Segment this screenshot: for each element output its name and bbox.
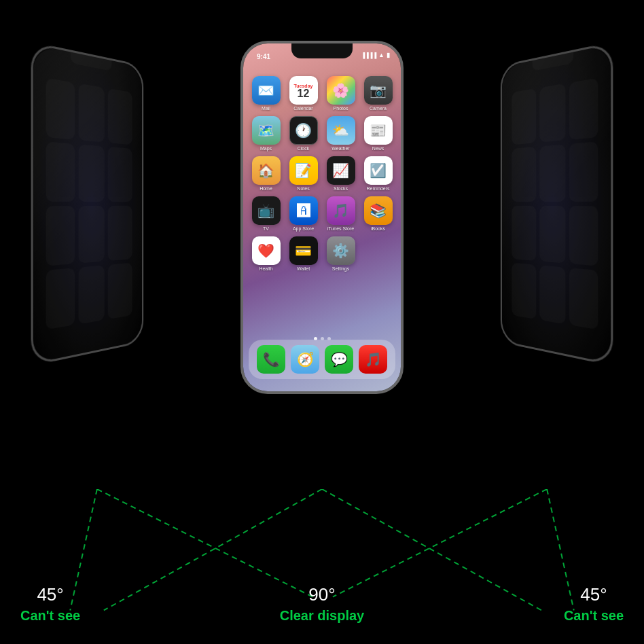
dark-icon: [46, 142, 75, 202]
dark-icon: [512, 206, 537, 261]
left-side-button-bot: [240, 179, 243, 213]
dark-icon: [108, 88, 132, 145]
battery-icon: ▮: [387, 52, 390, 58]
app-settings: ⚙️ Settings: [325, 236, 357, 271]
right-app-grid: [507, 69, 605, 338]
dark-icon: [539, 265, 566, 325]
app-mail: ✉️ Mail: [250, 76, 282, 111]
dark-icon: [78, 145, 105, 202]
app-itunes: 🎵 iTunes Store: [325, 196, 357, 231]
app-camera: 📷 Camera: [362, 76, 394, 111]
right-status-text: Can't see: [564, 608, 624, 624]
time-display: 9:41: [257, 53, 270, 60]
left-angle-label: 45° Can't see: [20, 584, 80, 624]
dark-icon: [46, 206, 75, 266]
dark-icon: [569, 268, 598, 330]
dark-icon: [512, 88, 537, 145]
left-side-button-top: [240, 105, 243, 125]
app-maps: 🗺️ Maps: [250, 116, 282, 151]
dark-icon: [569, 77, 598, 140]
center-angle-text: 90°: [280, 584, 365, 605]
wifi-icon: ▲: [378, 52, 384, 58]
dark-icon: [512, 262, 537, 319]
dark-icon: [46, 268, 75, 330]
dark-icon: [108, 147, 132, 202]
app-ibooks: 📚 iBooks: [362, 196, 394, 231]
side-button-right: [143, 143, 143, 177]
dock-safari: 🧭: [291, 345, 319, 374]
right-angle-label: 45° Can't see: [564, 584, 624, 624]
dark-icon: [539, 83, 566, 143]
dark-icon: [569, 142, 598, 202]
dark-icon: [78, 265, 105, 325]
app-calendar: Tuesday12 Calendar: [287, 76, 319, 111]
dark-icon: [108, 262, 132, 319]
dark-icon: [78, 83, 105, 143]
phones-area: 9:41 ▐▐▐▐ ▲ ▮ ✉️ Mail: [0, 0, 644, 489]
center-status-text: Clear display: [280, 608, 365, 624]
signal-icon: ▐▐▐▐: [361, 52, 376, 58]
left-side-button-mid: [240, 135, 243, 169]
dark-icon: [108, 206, 132, 261]
right-side-button: [401, 125, 404, 162]
labels-area: 45° Can't see 90° Clear display 45° Can'…: [0, 489, 644, 644]
app-clock: 🕐 Clock: [287, 116, 319, 151]
app-home: 🏠 Home: [250, 156, 282, 191]
svg-line-1: [97, 489, 312, 597]
dock-messages: 💬: [325, 345, 353, 374]
phone-right: [501, 41, 613, 366]
app-appstore: 🅰 App Store: [287, 196, 319, 231]
app-tv: 📺 TV: [250, 196, 282, 231]
phone-center: 9:41 ▐▐▐▐ ▲ ▮ ✉️ Mail: [240, 41, 404, 394]
app-grid: ✉️ Mail Tuesday12 Calendar 🌸 Photos: [243, 71, 401, 276]
app-reminders: ☑️ Reminders: [362, 156, 394, 191]
left-angle-text: 45°: [20, 584, 80, 605]
dark-icon: [539, 206, 566, 263]
app-photos: 🌸 Photos: [325, 76, 357, 111]
app-notes: 📝 Notes: [287, 156, 319, 191]
side-button-left: [501, 124, 501, 143]
dock-music: 🎵: [359, 345, 387, 374]
dark-icon: [569, 206, 598, 266]
right-angle-text: 45°: [564, 584, 624, 605]
side-button-left-mid: [31, 143, 33, 181]
phone-left: [31, 41, 144, 366]
dock: 📞 🧭 💬 🎵: [249, 340, 395, 379]
center-notch: [291, 43, 353, 58]
dark-icon: [539, 145, 566, 202]
side-button-right: [611, 132, 613, 173]
dark-icon: [78, 206, 105, 263]
app-health: ❤️ Health: [250, 236, 282, 271]
left-dark-screen: [33, 44, 142, 363]
center-angle-label: 90° Clear display: [280, 584, 365, 624]
side-button-left-top: [31, 110, 33, 132]
dark-icon: [512, 147, 537, 202]
app-wallet: 💳 Wallet: [287, 236, 319, 271]
app-stocks: 📈 Stocks: [325, 156, 357, 191]
left-app-grid: [39, 69, 137, 338]
right-dark-screen: [502, 44, 611, 363]
main-scene: 9:41 ▐▐▐▐ ▲ ▮ ✉️ Mail: [0, 0, 644, 644]
dark-icon: [46, 77, 75, 140]
dock-phone: 📞: [257, 345, 285, 374]
app-news: 📰 News: [362, 116, 394, 151]
left-status-text: Can't see: [20, 608, 80, 624]
app-weather: ⛅ Weather: [325, 116, 357, 151]
svg-line-4: [333, 489, 547, 597]
